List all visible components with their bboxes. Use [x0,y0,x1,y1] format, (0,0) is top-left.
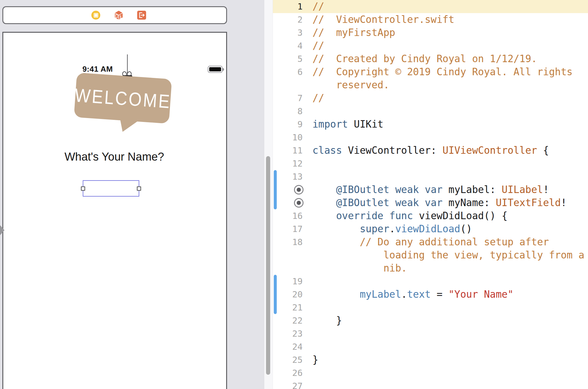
code-line[interactable]: 6// Copyright © 2019 Cindy Royal. All ri… [273,65,588,79]
code-line[interactable]: 23 [273,327,588,340]
line-number[interactable]: 19 [273,275,303,288]
code-token [312,236,360,248]
code-line[interactable]: 22 } [273,314,588,327]
line-number[interactable]: 27 [273,379,303,389]
code-token: @IBOutlet [336,197,389,208]
code-token: UIKit [348,118,383,130]
name-text-field[interactable] [83,180,139,197]
panel-divider [264,0,273,389]
line-number[interactable]: 24 [273,340,303,353]
change-bar[interactable] [274,183,277,196]
line-number[interactable]: 26 [273,366,303,379]
code-text: override func viewDidLoad() { [312,209,508,222]
code-token: = [431,288,448,300]
code-token [419,184,425,195]
scrollbar-thumb[interactable] [266,156,270,375]
line-number[interactable]: 13 [273,170,303,183]
view-controller-icon[interactable] [91,11,100,20]
resize-handle-left[interactable] [81,186,85,191]
code-text: import UIKit [312,118,383,131]
line-number[interactable]: 4 [273,39,303,52]
iphone-canvas[interactable]: 9:41 AM WELCOME What's Your Name? [2,32,227,389]
code-token: "Your Name" [448,288,514,300]
code-line[interactable]: 18 // Do any additional setup after [273,236,588,249]
code-line[interactable]: 8 [273,105,588,118]
code-token: . [401,288,407,300]
change-bar[interactable] [274,196,277,209]
code-line[interactable]: @IBOutlet weak var myName: UITextField! [273,196,588,209]
code-line[interactable]: 13 [273,170,588,183]
line-number[interactable]: 22 [273,314,303,327]
code-token: loading the view, typically from a [312,249,584,261]
line-number[interactable]: 16 [273,209,303,222]
svg-text:1: 1 [119,14,122,19]
line-number[interactable]: 1 [273,0,303,13]
line-number[interactable]: 3 [273,26,303,39]
code-token: override [336,210,383,222]
code-line[interactable]: 19 [273,275,588,288]
connection-well-icon[interactable] [294,185,304,194]
line-number[interactable]: 5 [273,52,303,65]
code-line[interactable]: 25} [273,353,588,366]
code-line[interactable]: 12 [273,157,588,170]
code-text: // [312,92,324,105]
line-number[interactable]: 2 [273,13,303,26]
code-text: // [312,0,324,13]
line-number[interactable]: 25 [273,353,303,366]
code-line[interactable]: 20 myLabel.text = "Your Name" [273,288,588,301]
code-text: } [312,353,318,366]
code-token [389,197,395,208]
code-token: } [312,354,318,366]
code-line[interactable]: 3// myFirstApp [273,26,588,39]
first-responder-icon[interactable]: 1 [114,10,123,20]
code-line[interactable]: loading the view, typically from a [273,249,588,262]
welcome-speech-bubble: WELCOME [74,73,172,124]
line-number[interactable]: 6 [273,65,303,79]
code-text: myLabel.text = "Your Name" [312,288,514,301]
code-line[interactable]: 24 [273,340,588,353]
line-number[interactable]: 23 [273,327,303,340]
code-line[interactable]: 26 [273,366,588,379]
code-line[interactable]: 7// [273,92,588,105]
line-number[interactable]: 20 [273,288,303,301]
code-token: // Created by Cindy Royal on 1/12/19. [312,53,537,65]
code-line[interactable]: 11class ViewController: UIViewController… [273,144,588,157]
code-line[interactable]: 21 [273,301,588,314]
code-line[interactable]: 9import UIKit [273,118,588,131]
resize-handle-right[interactable] [137,186,141,191]
line-number[interactable]: 21 [273,301,303,314]
code-token: myLabel [360,288,401,300]
code-line[interactable]: 4// [273,39,588,52]
exit-icon[interactable] [137,11,146,20]
name-question-label[interactable]: What's Your Name? [54,150,174,163]
line-number[interactable]: 7 [273,92,303,105]
code-line[interactable]: 1// [273,0,588,13]
code-token: // [312,40,324,51]
line-number[interactable]: 8 [273,105,303,118]
source-editor[interactable]: 1//2// ViewController.swift3// myFirstAp… [273,0,588,389]
line-number[interactable]: 10 [273,131,303,144]
code-line[interactable]: 16 override func viewDidLoad() { [273,209,588,222]
line-number[interactable]: 18 [273,236,303,249]
code-line[interactable]: @IBOutlet weak var myLabel: UILabel! [273,183,588,196]
code-line[interactable]: reserved. [273,79,588,92]
code-token: ! [561,197,567,208]
line-number[interactable]: 17 [273,222,303,236]
xcode-window: 1 9:41 AM [0,0,588,389]
connection-well-icon[interactable] [294,198,304,208]
code-token [312,210,336,222]
code-token: @IBOutlet [336,184,389,195]
line-number[interactable]: 9 [273,118,303,131]
code-token: } [312,315,342,326]
code-line[interactable]: nib. [273,262,588,275]
code-line[interactable]: 2// ViewController.swift [273,13,588,26]
code-line[interactable]: 5// Created by Cindy Royal on 1/12/19. [273,52,588,65]
code-line[interactable]: 10 [273,131,588,144]
code-token: nib. [312,262,407,274]
code-token [419,197,425,208]
code-line[interactable]: 27 [273,379,588,389]
code-token: { [537,145,549,156]
line-number[interactable]: 11 [273,144,303,157]
code-line[interactable]: 17 super.viewDidLoad() [273,222,588,236]
line-number[interactable]: 12 [273,157,303,170]
